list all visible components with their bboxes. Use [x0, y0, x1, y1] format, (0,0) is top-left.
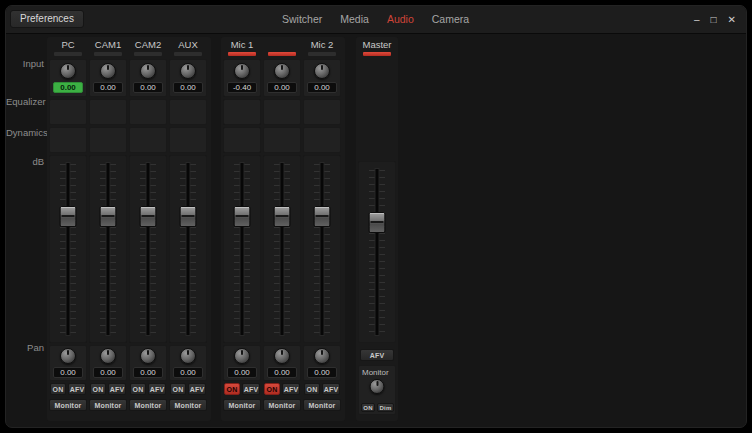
- volume-fader-handle[interactable]: [274, 206, 291, 227]
- row-label-dynamics: Dynamics: [6, 127, 44, 138]
- channel-on-button[interactable]: ON: [170, 383, 186, 395]
- close-icon[interactable]: ✕: [728, 6, 736, 33]
- channel-afv-button[interactable]: AFV: [188, 383, 206, 395]
- channel-on-button[interactable]: ON: [264, 383, 280, 395]
- level-meter: [94, 52, 122, 56]
- channel-afv-button[interactable]: AFV: [322, 383, 340, 395]
- channel-afv-button[interactable]: AFV: [242, 383, 260, 395]
- channel-monitor-button[interactable]: Monitor: [89, 399, 127, 411]
- channel-strip: CAM10.000.00ONAFVMonitor: [89, 39, 127, 415]
- channel-monitor-button[interactable]: Monitor: [169, 399, 207, 411]
- knob-pointer: [376, 381, 378, 386]
- input-gain-value[interactable]: 0.00: [93, 82, 123, 93]
- dynamics-cell: [223, 127, 261, 153]
- master-volume-fader-cell: [358, 161, 396, 343]
- volume-fader-handle[interactable]: [100, 206, 117, 227]
- channel-on-button[interactable]: ON: [130, 383, 146, 395]
- input-gain-value[interactable]: 0.00: [267, 82, 297, 93]
- row-label-equalizer: Equalizer: [6, 96, 44, 107]
- tab-switcher[interactable]: Switcher: [282, 6, 322, 33]
- channel-monitor-button[interactable]: Monitor: [303, 399, 341, 411]
- input-gain-value[interactable]: 0.00: [173, 82, 203, 93]
- volume-fader-handle[interactable]: [60, 206, 77, 227]
- knob-pointer: [241, 350, 243, 355]
- equalizer-cell: [263, 99, 301, 125]
- input-gain-value[interactable]: -0.40: [227, 82, 257, 93]
- input-gain-knob[interactable]: [274, 63, 290, 79]
- input-gain-value[interactable]: 0.00: [53, 82, 83, 93]
- channel-on-button[interactable]: ON: [50, 383, 66, 395]
- input-gain-knob[interactable]: [140, 63, 156, 79]
- input-gain-knob[interactable]: [314, 63, 330, 79]
- input-gain-knob[interactable]: [60, 63, 76, 79]
- master-afv-button[interactable]: AFV: [360, 349, 394, 361]
- volume-fader-handle[interactable]: [180, 206, 197, 227]
- level-meter: [308, 52, 336, 56]
- fader-track: [321, 163, 324, 335]
- preferences-button[interactable]: Preferences: [10, 10, 84, 28]
- pan-value[interactable]: 0.00: [307, 367, 337, 378]
- channel-buttons: ONAFV: [129, 383, 167, 395]
- input-gain-value[interactable]: 0.00: [133, 82, 163, 93]
- pan-knob[interactable]: [100, 348, 116, 364]
- tab-media[interactable]: Media: [340, 6, 369, 33]
- monitor-on-button[interactable]: ON: [361, 403, 375, 412]
- knob-pointer: [321, 350, 323, 355]
- input-gain-knob[interactable]: [234, 63, 250, 79]
- minimize-icon[interactable]: –: [694, 6, 700, 33]
- fader-track: [241, 163, 244, 335]
- pan-knob[interactable]: [234, 348, 250, 364]
- channel-strip: Mic 1-0.400.00ONAFVMonitor: [223, 39, 261, 415]
- channel-monitor-button[interactable]: Monitor: [263, 399, 301, 411]
- fader-track: [107, 163, 110, 335]
- dynamics-cell: [89, 127, 127, 153]
- dynamics-cell: [129, 127, 167, 153]
- channel-afv-button[interactable]: AFV: [108, 383, 126, 395]
- pan-value[interactable]: 0.00: [93, 367, 123, 378]
- channel-afv-button[interactable]: AFV: [148, 383, 166, 395]
- volume-fader-cell: [49, 155, 87, 343]
- channel-on-button[interactable]: ON: [90, 383, 106, 395]
- volume-fader-cell: [89, 155, 127, 343]
- input-gain-knob[interactable]: [180, 63, 196, 79]
- volume-fader-cell: [263, 155, 301, 343]
- channel-on-button[interactable]: ON: [304, 383, 320, 395]
- input-gain-cell: 0.00: [49, 59, 87, 97]
- pan-knob[interactable]: [60, 348, 76, 364]
- pan-value[interactable]: 0.00: [133, 367, 163, 378]
- channel-name: Mic 2: [299, 39, 345, 50]
- channel-on-button[interactable]: ON: [224, 383, 240, 395]
- channel-afv-button[interactable]: AFV: [282, 383, 300, 395]
- channel-monitor-button[interactable]: Monitor: [223, 399, 261, 411]
- monitor-panel: Monitor ON Dim: [358, 365, 396, 415]
- pan-cell: 0.00: [223, 345, 261, 381]
- maximize-icon[interactable]: □: [711, 6, 717, 33]
- pan-knob[interactable]: [140, 348, 156, 364]
- channel-strip: CAM20.000.00ONAFVMonitor: [129, 39, 167, 415]
- master-fader-handle[interactable]: [369, 212, 386, 233]
- pan-knob[interactable]: [314, 348, 330, 364]
- input-gain-value[interactable]: 0.00: [307, 82, 337, 93]
- tab-audio[interactable]: Audio: [387, 6, 414, 33]
- channel-strip: 0.000.00ONAFVMonitor: [263, 39, 301, 415]
- pan-value[interactable]: 0.00: [227, 367, 257, 378]
- channel-name: AUX: [165, 39, 211, 50]
- knob-pointer: [107, 350, 109, 355]
- pan-value[interactable]: 0.00: [53, 367, 83, 378]
- equalizer-cell: [49, 99, 87, 125]
- volume-fader-handle[interactable]: [234, 206, 251, 227]
- monitor-volume-knob[interactable]: [370, 379, 385, 394]
- channel-monitor-button[interactable]: Monitor: [49, 399, 87, 411]
- monitor-dim-button[interactable]: Dim: [377, 403, 394, 412]
- pan-knob[interactable]: [180, 348, 196, 364]
- pan-value[interactable]: 0.00: [173, 367, 203, 378]
- dynamics-cell: [49, 127, 87, 153]
- volume-fader-handle[interactable]: [314, 206, 331, 227]
- channel-afv-button[interactable]: AFV: [68, 383, 86, 395]
- input-gain-knob[interactable]: [100, 63, 116, 79]
- volume-fader-handle[interactable]: [140, 206, 157, 227]
- pan-value[interactable]: 0.00: [267, 367, 297, 378]
- pan-knob[interactable]: [274, 348, 290, 364]
- tab-camera[interactable]: Camera: [432, 6, 469, 33]
- channel-monitor-button[interactable]: Monitor: [129, 399, 167, 411]
